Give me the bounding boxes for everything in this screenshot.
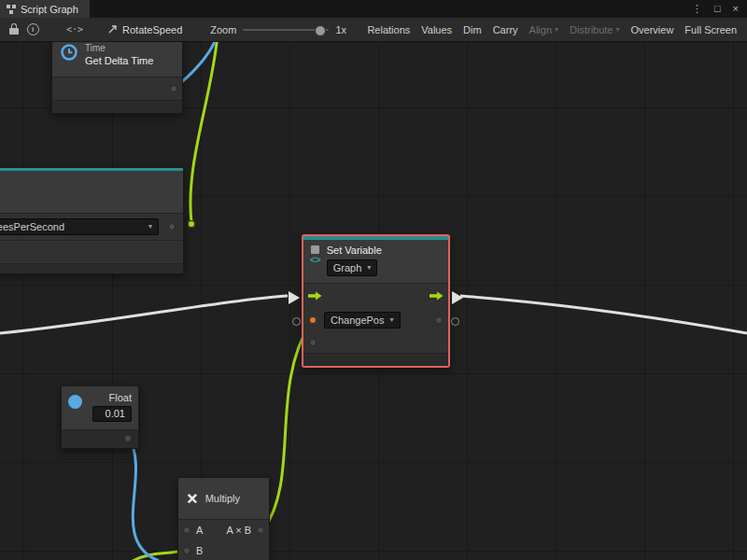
info-button[interactable]: i — [23, 21, 42, 39]
multiply-icon: × — [187, 489, 198, 508]
unconnected-port-right[interactable] — [451, 317, 459, 326]
target-row: his ⊙ — [0, 241, 183, 263]
node-header: Get Variable Object ▾ — [0, 171, 183, 213]
value-input-port[interactable] — [309, 316, 317, 324]
wire-flow-out — [460, 296, 747, 333]
close-icon[interactable]: × — [733, 4, 739, 14]
toolbar-button-relations[interactable]: Relations — [361, 22, 416, 37]
node-float-literal[interactable]: Float 0.01 — [61, 385, 139, 449]
wire-lime-top — [190, 42, 218, 222]
port-row-a: A A × B — [178, 520, 269, 540]
value-output-port[interactable] — [124, 435, 132, 442]
tab-title: Script Graph — [21, 4, 78, 15]
toolbar-button-dim[interactable]: Dim — [458, 22, 487, 37]
node-header: × Multiply — [178, 478, 269, 519]
flow-in-arrow-icon[interactable] — [308, 291, 322, 301]
node-footer — [52, 101, 182, 113]
graph-name-label: RotateSpeed — [122, 24, 182, 35]
node-footer — [303, 354, 448, 366]
toolbar-button-align[interactable]: Align▾ — [524, 22, 564, 37]
input-a-label: A — [196, 525, 203, 536]
toolbar-button-fullscreen[interactable]: Full Screen — [679, 22, 742, 37]
node-get-delta-time[interactable]: Time Get Delta Time — [51, 42, 183, 114]
node-set-variable[interactable]: <> Set Variable Graph ▾ — [302, 234, 450, 368]
maximize-icon[interactable]: □ — [714, 4, 721, 14]
output-label: A × B — [226, 525, 251, 536]
code-view-button[interactable]: <·> — [66, 24, 83, 35]
input-b-label: B — [196, 545, 203, 556]
variable-value-row: ChangePos ▾ — [303, 308, 448, 332]
info-icon: i — [27, 23, 39, 35]
node-multiply[interactable]: × Multiply A A × B B — [177, 477, 270, 560]
wire-blue-float — [129, 438, 159, 560]
graph-brackets-icon: <> — [310, 256, 321, 265]
graph-canvas[interactable]: Time Get Delta Time Get Variable Object … — [0, 42, 747, 560]
zoom-slider[interactable] — [243, 29, 329, 31]
zoom-slider-handle[interactable] — [315, 25, 326, 36]
toolbar-button-distribute[interactable]: Distribute▾ — [564, 22, 625, 37]
node-category: Time — [85, 43, 153, 53]
node-title: Get Variable — [0, 175, 176, 187]
node-icon: <> — [310, 245, 321, 278]
unconnected-port-left[interactable] — [292, 317, 301, 326]
clock-icon — [60, 43, 78, 62]
zoom-label: Zoom — [210, 24, 236, 35]
toolbar-button-values[interactable]: Values — [416, 22, 458, 37]
fallback-port-row — [303, 332, 448, 353]
flow-port-row — [303, 284, 448, 308]
wire-flow-in — [0, 296, 288, 333]
wire-lime-bottom — [133, 551, 183, 560]
graph-breadcrumb[interactable]: RotateSpeed — [107, 24, 182, 35]
toolbar-button-carry[interactable]: Carry — [487, 22, 524, 37]
port-row-b: B — [178, 540, 269, 560]
node-title: Set Variable — [327, 245, 382, 256]
flow-out-arrow-icon[interactable] — [430, 291, 444, 301]
chevron-down-icon: ▾ — [148, 223, 152, 231]
node-footer — [0, 264, 183, 273]
lock-button[interactable] — [5, 21, 23, 39]
kebab-menu-icon[interactable]: ⋮ — [692, 4, 702, 14]
lock-icon — [9, 28, 19, 35]
toolbar-buttons: Relations Values Dim Carry Align▾ Distri… — [361, 22, 742, 37]
window-controls: ⋮ □ × — [692, 0, 747, 18]
graph-unit-icon — [311, 245, 319, 254]
node-title: Multiply — [205, 493, 240, 504]
variable-scope-dropdown[interactable]: Graph ▾ — [327, 259, 378, 276]
chevron-down-icon: ▾ — [555, 26, 558, 34]
chevron-down-icon: ▾ — [616, 26, 620, 34]
node-header: Time Get Delta Time — [52, 42, 182, 77]
fallback-input-port[interactable] — [309, 339, 317, 346]
value-output-port[interactable] — [168, 223, 176, 231]
graph-pointer-icon — [107, 24, 118, 35]
variable-name-dropdown[interactable]: ChangePos ▾ — [324, 312, 401, 329]
zoom-value: 1x — [335, 24, 346, 35]
value-output-port[interactable] — [435, 316, 443, 324]
node-title: Get Delta Time — [85, 55, 153, 66]
flow-in-arrowhead[interactable] — [289, 291, 300, 304]
node-header: Float 0.01 — [62, 386, 138, 429]
node-header: <> Set Variable Graph ▾ — [303, 240, 448, 283]
variable-name-dropdown[interactable]: otationDegreesPerSecond ▾ — [0, 218, 159, 235]
input-port-a[interactable] — [183, 526, 190, 534]
chevron-down-icon: ▾ — [390, 316, 394, 324]
connected-output-port[interactable] — [188, 220, 195, 228]
flow-out-arrowhead[interactable] — [452, 291, 463, 304]
chevron-down-icon: ▾ — [367, 264, 371, 272]
tab-script-graph[interactable]: Script Graph — [0, 0, 90, 18]
toolbar-button-overview[interactable]: Overview — [626, 22, 680, 37]
input-port-b[interactable] — [183, 547, 190, 554]
node-get-variable[interactable]: Get Variable Object ▾ otationDegreesPerS… — [0, 167, 184, 274]
zoom-control: Zoom 1x — [210, 24, 346, 35]
float-type-icon — [68, 395, 82, 409]
graph-tab-icon — [7, 5, 16, 14]
node-footer — [62, 430, 138, 448]
tab-bar: Script Graph ⋮ □ × — [0, 0, 747, 18]
output-port[interactable] — [257, 526, 264, 534]
output-port-row — [52, 77, 182, 100]
node-title: Float — [109, 392, 132, 403]
graph-toolbar: i <·> RotateSpeed Zoom 1x Relations Valu… — [0, 18, 747, 42]
float-value-field[interactable]: 0.01 — [92, 406, 132, 422]
output-port[interactable] — [170, 85, 177, 92]
unity-editor-window: Script Graph ⋮ □ × i <·> RotateSpeed Zoo… — [0, 0, 747, 560]
variable-name-row: otationDegreesPerSecond ▾ — [0, 214, 183, 240]
